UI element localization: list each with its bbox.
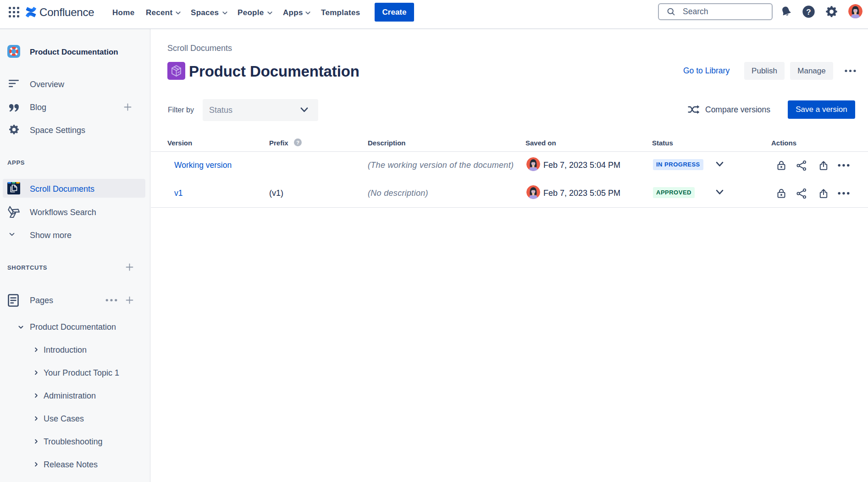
svg-text:?: ? <box>296 140 299 145</box>
svg-text:?: ? <box>806 8 811 17</box>
